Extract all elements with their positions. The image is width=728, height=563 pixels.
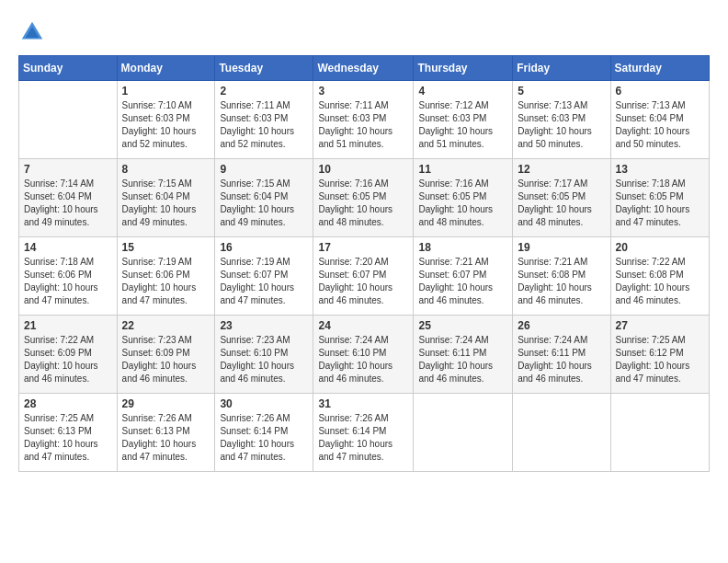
day-cell xyxy=(610,394,709,472)
day-number: 4 xyxy=(418,85,507,98)
day-number: 5 xyxy=(518,85,605,98)
day-cell: 18Sunrise: 7:21 AM Sunset: 6:07 PM Dayli… xyxy=(414,237,513,316)
day-cell xyxy=(19,81,118,159)
day-header: Wednesday xyxy=(313,56,414,81)
day-number: 10 xyxy=(318,163,408,176)
day-number: 24 xyxy=(318,319,408,332)
header xyxy=(18,18,710,46)
week-row: 21Sunrise: 7:22 AM Sunset: 6:09 PM Dayli… xyxy=(19,316,710,394)
day-number: 18 xyxy=(418,241,507,254)
day-info: Sunrise: 7:26 AM Sunset: 6:14 PM Dayligh… xyxy=(318,412,408,464)
day-info: Sunrise: 7:24 AM Sunset: 6:11 PM Dayligh… xyxy=(418,334,507,385)
day-info: Sunrise: 7:16 AM Sunset: 6:05 PM Dayligh… xyxy=(318,178,408,229)
day-info: Sunrise: 7:11 AM Sunset: 6:03 PM Dayligh… xyxy=(220,99,308,151)
week-row: 1Sunrise: 7:10 AM Sunset: 6:03 PM Daylig… xyxy=(19,81,710,159)
day-info: Sunrise: 7:26 AM Sunset: 6:14 PM Dayligh… xyxy=(220,412,308,464)
day-info: Sunrise: 7:18 AM Sunset: 6:05 PM Dayligh… xyxy=(616,178,704,229)
day-cell: 8Sunrise: 7:15 AM Sunset: 6:04 PM Daylig… xyxy=(117,159,215,237)
day-header: Tuesday xyxy=(215,56,313,81)
day-number: 7 xyxy=(24,163,112,176)
day-info: Sunrise: 7:23 AM Sunset: 6:10 PM Dayligh… xyxy=(220,334,308,385)
day-cell: 12Sunrise: 7:17 AM Sunset: 6:05 PM Dayli… xyxy=(513,159,610,237)
day-info: Sunrise: 7:10 AM Sunset: 6:03 PM Dayligh… xyxy=(122,99,210,151)
day-cell: 24Sunrise: 7:24 AM Sunset: 6:10 PM Dayli… xyxy=(313,316,414,394)
day-number: 6 xyxy=(616,85,704,98)
day-number: 23 xyxy=(220,319,308,332)
day-number: 3 xyxy=(318,85,408,98)
day-info: Sunrise: 7:13 AM Sunset: 6:04 PM Dayligh… xyxy=(616,99,704,151)
day-cell: 4Sunrise: 7:12 AM Sunset: 6:03 PM Daylig… xyxy=(414,81,513,159)
day-cell: 3Sunrise: 7:11 AM Sunset: 6:03 PM Daylig… xyxy=(313,81,414,159)
day-cell: 2Sunrise: 7:11 AM Sunset: 6:03 PM Daylig… xyxy=(215,81,313,159)
day-number: 21 xyxy=(24,319,112,332)
calendar: SundayMondayTuesdayWednesdayThursdayFrid… xyxy=(18,55,710,472)
day-header: Saturday xyxy=(610,56,709,81)
day-info: Sunrise: 7:13 AM Sunset: 6:03 PM Dayligh… xyxy=(518,99,605,151)
day-info: Sunrise: 7:19 AM Sunset: 6:07 PM Dayligh… xyxy=(220,256,308,307)
header-row: SundayMondayTuesdayWednesdayThursdayFrid… xyxy=(19,56,710,81)
day-header: Monday xyxy=(117,56,215,81)
day-info: Sunrise: 7:11 AM Sunset: 6:03 PM Dayligh… xyxy=(318,99,408,151)
day-cell: 15Sunrise: 7:19 AM Sunset: 6:06 PM Dayli… xyxy=(117,237,215,316)
day-info: Sunrise: 7:25 AM Sunset: 6:12 PM Dayligh… xyxy=(616,334,704,385)
day-cell xyxy=(513,394,610,472)
day-number: 20 xyxy=(616,241,704,254)
day-cell: 19Sunrise: 7:21 AM Sunset: 6:08 PM Dayli… xyxy=(513,237,610,316)
calendar-header: SundayMondayTuesdayWednesdayThursdayFrid… xyxy=(19,56,710,81)
day-cell: 25Sunrise: 7:24 AM Sunset: 6:11 PM Dayli… xyxy=(414,316,513,394)
day-cell: 22Sunrise: 7:23 AM Sunset: 6:09 PM Dayli… xyxy=(117,316,215,394)
day-number: 22 xyxy=(122,319,210,332)
day-cell: 30Sunrise: 7:26 AM Sunset: 6:14 PM Dayli… xyxy=(215,394,313,472)
day-number: 26 xyxy=(518,319,605,332)
day-info: Sunrise: 7:24 AM Sunset: 6:10 PM Dayligh… xyxy=(318,334,408,385)
day-number: 31 xyxy=(318,397,408,410)
day-number: 9 xyxy=(220,163,308,176)
day-info: Sunrise: 7:21 AM Sunset: 6:07 PM Dayligh… xyxy=(418,256,507,307)
day-info: Sunrise: 7:22 AM Sunset: 6:09 PM Dayligh… xyxy=(24,334,112,385)
day-cell xyxy=(414,394,513,472)
day-info: Sunrise: 7:23 AM Sunset: 6:09 PM Dayligh… xyxy=(122,334,210,385)
day-cell: 27Sunrise: 7:25 AM Sunset: 6:12 PM Dayli… xyxy=(610,316,709,394)
day-cell: 1Sunrise: 7:10 AM Sunset: 6:03 PM Daylig… xyxy=(117,81,215,159)
day-info: Sunrise: 7:25 AM Sunset: 6:13 PM Dayligh… xyxy=(24,412,112,464)
day-number: 8 xyxy=(122,163,210,176)
day-number: 11 xyxy=(418,163,507,176)
day-number: 25 xyxy=(418,319,507,332)
week-row: 7Sunrise: 7:14 AM Sunset: 6:04 PM Daylig… xyxy=(19,159,710,237)
day-info: Sunrise: 7:16 AM Sunset: 6:05 PM Dayligh… xyxy=(418,178,507,229)
day-header: Friday xyxy=(513,56,610,81)
day-number: 12 xyxy=(518,163,605,176)
day-info: Sunrise: 7:24 AM Sunset: 6:11 PM Dayligh… xyxy=(518,334,605,385)
day-header: Thursday xyxy=(414,56,513,81)
day-number: 17 xyxy=(318,241,408,254)
day-cell: 17Sunrise: 7:20 AM Sunset: 6:07 PM Dayli… xyxy=(313,237,414,316)
day-info: Sunrise: 7:19 AM Sunset: 6:06 PM Dayligh… xyxy=(122,256,210,307)
day-info: Sunrise: 7:17 AM Sunset: 6:05 PM Dayligh… xyxy=(518,178,605,229)
day-number: 19 xyxy=(518,241,605,254)
day-number: 28 xyxy=(24,397,112,410)
logo-icon xyxy=(18,18,46,46)
calendar-body: 1Sunrise: 7:10 AM Sunset: 6:03 PM Daylig… xyxy=(19,81,710,472)
day-header: Sunday xyxy=(19,56,118,81)
week-row: 28Sunrise: 7:25 AM Sunset: 6:13 PM Dayli… xyxy=(19,394,710,472)
day-cell: 14Sunrise: 7:18 AM Sunset: 6:06 PM Dayli… xyxy=(19,237,118,316)
day-info: Sunrise: 7:21 AM Sunset: 6:08 PM Dayligh… xyxy=(518,256,605,307)
day-cell: 29Sunrise: 7:26 AM Sunset: 6:13 PM Dayli… xyxy=(117,394,215,472)
day-cell: 11Sunrise: 7:16 AM Sunset: 6:05 PM Dayli… xyxy=(414,159,513,237)
day-number: 14 xyxy=(24,241,112,254)
week-row: 14Sunrise: 7:18 AM Sunset: 6:06 PM Dayli… xyxy=(19,237,710,316)
day-number: 16 xyxy=(220,241,308,254)
day-cell: 20Sunrise: 7:22 AM Sunset: 6:08 PM Dayli… xyxy=(610,237,709,316)
day-cell: 10Sunrise: 7:16 AM Sunset: 6:05 PM Dayli… xyxy=(313,159,414,237)
day-info: Sunrise: 7:18 AM Sunset: 6:06 PM Dayligh… xyxy=(24,256,112,307)
day-cell: 16Sunrise: 7:19 AM Sunset: 6:07 PM Dayli… xyxy=(215,237,313,316)
day-cell: 5Sunrise: 7:13 AM Sunset: 6:03 PM Daylig… xyxy=(513,81,610,159)
day-cell: 21Sunrise: 7:22 AM Sunset: 6:09 PM Dayli… xyxy=(19,316,118,394)
day-info: Sunrise: 7:22 AM Sunset: 6:08 PM Dayligh… xyxy=(616,256,704,307)
day-number: 2 xyxy=(220,85,308,98)
day-info: Sunrise: 7:15 AM Sunset: 6:04 PM Dayligh… xyxy=(220,178,308,229)
page: SundayMondayTuesdayWednesdayThursdayFrid… xyxy=(0,0,728,563)
day-cell: 26Sunrise: 7:24 AM Sunset: 6:11 PM Dayli… xyxy=(513,316,610,394)
day-info: Sunrise: 7:14 AM Sunset: 6:04 PM Dayligh… xyxy=(24,178,112,229)
day-number: 30 xyxy=(220,397,308,410)
